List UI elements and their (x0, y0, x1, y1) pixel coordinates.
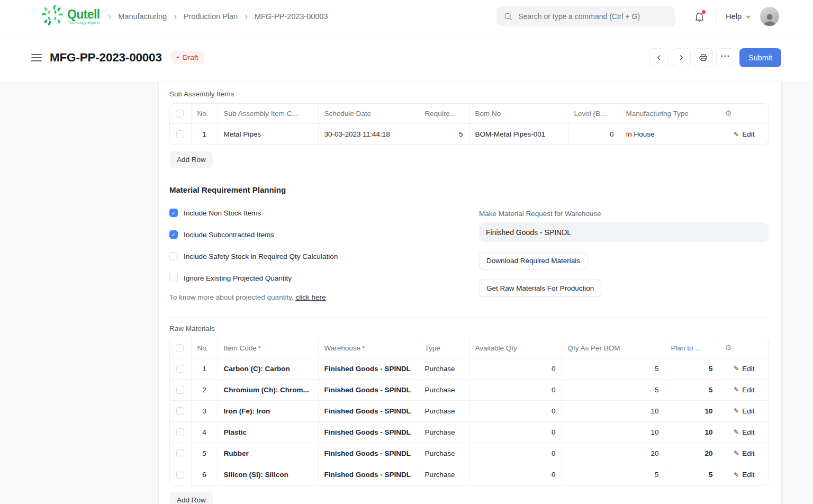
help-menu[interactable]: Help (726, 12, 751, 21)
cell-plan-to: 5 (665, 358, 719, 379)
cell-warehouse: Finished Goods - SPINDL (318, 358, 419, 379)
table-row: 1Carbon (C): CarbonFinished Goods - SPIN… (170, 358, 769, 379)
breadcrumb-item[interactable]: Production Plan (184, 12, 238, 21)
row-checkbox[interactable] (176, 386, 184, 394)
print-button[interactable] (694, 48, 713, 67)
column-header: Level (B... (568, 104, 620, 123)
top-navbar: Qutell Technology Experts ›Manufacturing… (0, 0, 813, 33)
table-row: 3Iron (Fe): IronFinished Goods - SPINDLP… (170, 400, 769, 421)
table-row: 6Silicon (Si): SiliconFinished Goods - S… (170, 464, 769, 485)
cell-warehouse: Finished Goods - SPINDL (318, 421, 419, 443)
raw-materials-add-row-button[interactable]: Add Row (170, 492, 213, 504)
notifications-button[interactable] (694, 11, 705, 22)
next-document-button[interactable] (672, 48, 691, 67)
cell-level: 0 (568, 123, 620, 145)
edit-label: Edit (742, 365, 754, 373)
more-actions-button[interactable]: ··· (716, 48, 735, 67)
nav-divider (715, 10, 716, 23)
status-dot-icon: • (177, 54, 179, 61)
column-header: Sub Assembly Item C... (218, 104, 318, 123)
table-row: 2Chromium (Ch): Chrom...Finished Goods -… (170, 379, 769, 400)
left-sidebar (0, 82, 159, 504)
grid-settings-icon[interactable]: ⚙ (725, 343, 732, 352)
column-header: Available Qty (469, 338, 562, 358)
app-logo[interactable]: Qutell Technology Experts (41, 4, 100, 29)
select-all-checkbox[interactable] (176, 110, 184, 118)
get-raw-materials-button[interactable]: Get Raw Materials For Production (479, 280, 601, 297)
column-header-label: Item Code (224, 344, 257, 352)
logo-wordmark: Qutell (67, 8, 100, 21)
column-header: No. (191, 104, 218, 123)
breadcrumb-separator-icon: › (109, 12, 112, 22)
checkbox[interactable] (169, 252, 178, 260)
breadcrumb-item[interactable]: Manufacturing (118, 12, 167, 21)
edit-row-button[interactable]: ✎Edit (734, 386, 754, 394)
required-asterisk: * (258, 344, 261, 352)
warehouse-field-label: Make Material Request for Warehouse (479, 210, 769, 218)
sidebar-toggle-icon[interactable] (30, 52, 43, 64)
select-all-checkbox[interactable] (176, 344, 184, 352)
cell-available-qty: 0 (469, 358, 562, 379)
submit-button[interactable]: Submit (739, 48, 781, 67)
column-header: Manufacturing Type (620, 104, 719, 123)
edit-row-button[interactable]: ✎Edit (734, 407, 754, 415)
edit-row-button[interactable]: ✎Edit (734, 471, 754, 479)
sub-assembly-section-label: Sub Assembly Items (169, 90, 768, 98)
edit-row-button[interactable]: ✎Edit (734, 130, 754, 138)
row-checkbox[interactable] (176, 130, 184, 138)
cell-qty-as-per-bom: 10 (562, 421, 665, 443)
cell-warehouse: Finished Goods - SPINDL (318, 400, 419, 421)
status-badge: • Draft (171, 51, 204, 64)
column-header: Qty As Per BOM (562, 338, 665, 358)
warehouse-input[interactable] (479, 222, 769, 242)
projected-qty-note: To know more about projected quantity, c… (169, 293, 479, 301)
section-divider (169, 317, 768, 318)
checkbox[interactable] (169, 274, 178, 282)
row-checkbox[interactable] (176, 428, 184, 436)
breadcrumb-item[interactable]: MFG-PP-2023-00003 (255, 12, 328, 21)
pencil-icon: ✎ (734, 365, 739, 372)
logo-starburst-icon (41, 4, 64, 29)
click-here-link[interactable]: click here (295, 293, 326, 301)
cell-warehouse: Finished Goods - SPINDL (318, 379, 419, 400)
checkbox[interactable]: ✓ (169, 230, 178, 239)
previous-document-button[interactable] (649, 48, 669, 67)
table-row: 1Metal Pipes30-03-2023 11:44:185BOM-Meta… (170, 123, 769, 145)
checkbox-label: Include Non Stock Items (184, 209, 261, 217)
chevron-left-icon (655, 54, 663, 61)
edit-row-button[interactable]: ✎Edit (734, 449, 754, 457)
row-checkbox[interactable] (176, 471, 184, 479)
search-input[interactable] (518, 12, 668, 21)
global-search[interactable] (496, 6, 675, 26)
app-window: Qutell Technology Experts ›Manufacturing… (0, 0, 813, 504)
column-header-label: Schedule Date (324, 110, 372, 118)
row-checkbox[interactable] (176, 365, 184, 373)
cell-no: 5 (191, 443, 218, 464)
page-title: MFG-PP-2023-00003 (50, 51, 162, 65)
column-header-label: Warehouse (324, 344, 361, 352)
cell-available-qty: 0 (469, 400, 562, 421)
logo-tagline: Technology Experts (68, 21, 100, 25)
note-suffix: . (326, 293, 328, 301)
cell-plan-to: 5 (665, 379, 719, 400)
cell-item-code: Plastic (218, 421, 318, 443)
edit-label: Edit (742, 449, 754, 457)
mrp-checkbox-row: ✓Include Non Stock Items (169, 209, 479, 217)
sub-assembly-add-row-button[interactable]: Add Row (170, 151, 213, 168)
row-checkbox[interactable] (176, 449, 184, 457)
download-required-materials-button[interactable]: Download Required Materials (479, 252, 588, 269)
checkbox[interactable]: ✓ (169, 209, 178, 217)
edit-row-button[interactable]: ✎Edit (734, 365, 754, 373)
column-header-label: Bom No (475, 110, 501, 118)
breadcrumb-separator-icon: › (245, 12, 248, 22)
row-checkbox[interactable] (176, 407, 184, 415)
cell-no: 2 (191, 379, 218, 400)
cell-item-code: Carbon (C): Carbon (218, 358, 318, 379)
cell-qty-as-per-bom: 5 (562, 379, 665, 400)
cell-mfg-type: In House (620, 123, 719, 145)
raw-materials-table: No.Item Code*Warehouse*TypeAvailable Qty… (169, 338, 769, 485)
user-avatar[interactable] (760, 7, 779, 26)
cell-plan-to: 10 (665, 400, 719, 421)
edit-row-button[interactable]: ✎Edit (734, 428, 754, 436)
grid-settings-icon[interactable]: ⚙ (725, 109, 732, 118)
